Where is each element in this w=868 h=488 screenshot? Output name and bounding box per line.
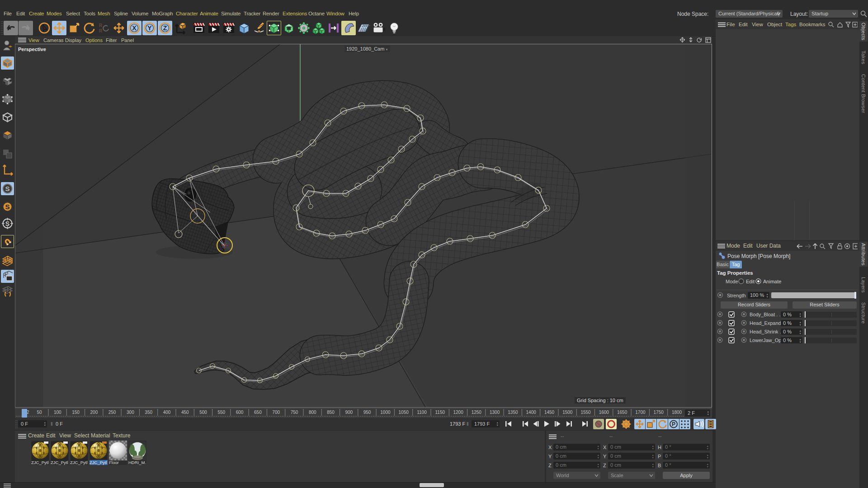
svg-text:X: X [132,24,137,32]
svg-text:1400: 1400 [526,410,537,415]
svg-text:50: 50 [37,410,42,415]
svg-text:600: 600 [236,410,244,415]
svg-text:Y: Y [147,24,152,32]
svg-text:700: 700 [272,410,280,415]
svg-text:R: R [99,23,103,28]
svg-text:500: 500 [199,410,207,415]
svg-text:1300: 1300 [490,410,500,415]
svg-text:S: S [5,203,9,211]
svg-text:250: 250 [108,410,116,415]
svg-text:150: 150 [72,410,80,415]
svg-text:950: 950 [363,410,371,415]
svg-text:800: 800 [309,410,316,415]
svg-text:1200: 1200 [453,410,463,415]
svg-text:300: 300 [127,410,134,415]
svg-text:1350: 1350 [508,410,518,415]
svg-text:1000: 1000 [380,410,391,415]
svg-text:100: 100 [54,410,61,415]
svg-text:200: 200 [90,410,98,415]
svg-text:850: 850 [327,410,335,415]
svg-text:1700: 1700 [635,410,646,415]
svg-text:1650: 1650 [617,410,627,415]
svg-text:550: 550 [217,410,225,415]
svg-text:900: 900 [345,410,353,415]
svg-text:1250: 1250 [472,410,482,415]
svg-text:1050: 1050 [399,410,409,415]
svg-text:1600: 1600 [599,410,609,415]
svg-text:1100: 1100 [417,410,427,415]
svg-text:R: R [99,28,103,33]
svg-text:1500: 1500 [562,410,573,415]
svg-text:450: 450 [181,410,189,415]
svg-text:400: 400 [163,410,171,415]
svg-text:750: 750 [291,410,298,415]
svg-text:P: P [672,421,675,427]
svg-text:1550: 1550 [580,410,591,415]
svg-text:Z: Z [163,24,167,32]
svg-text:S: S [5,185,9,192]
svg-text:350: 350 [145,410,152,415]
svg-text:1450: 1450 [544,410,555,415]
svg-text:S: S [5,220,9,227]
svg-text:1800: 1800 [672,410,682,415]
svg-text:650: 650 [254,410,262,415]
svg-text:1150: 1150 [435,410,445,415]
svg-text:1750: 1750 [654,410,664,415]
